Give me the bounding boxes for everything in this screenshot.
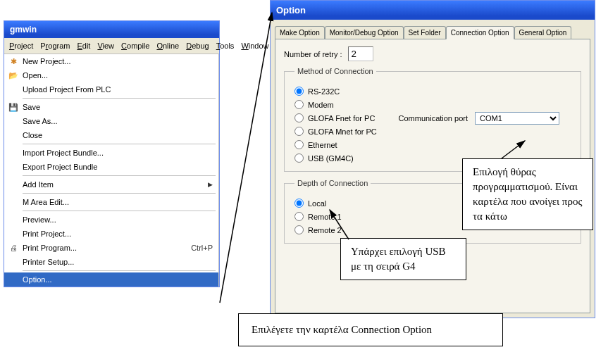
separator: [23, 98, 216, 99]
label: Open...: [23, 71, 48, 80]
menu-item-save-as[interactable]: Save As...: [4, 114, 218, 128]
radio-remote2[interactable]: [294, 225, 304, 234]
label: Export Project Bundle: [23, 163, 97, 171]
option-tabs: Make Option Monitor/Debug Option Set Fol…: [275, 25, 590, 39]
menu-item-export-bundle[interactable]: Export Project Bundle: [4, 160, 218, 174]
submenu-arrow-icon: ▶: [208, 181, 213, 188]
callout-usb: Υπάρχει επιλογή USB με τη σειρά G4: [340, 238, 466, 280]
label: M Area Edit...: [23, 198, 69, 206]
radio-ethernet-label: Ethernet: [308, 141, 337, 149]
menu-item-close[interactable]: Close: [4, 128, 218, 142]
radio-modem-row[interactable]: Modem: [294, 100, 571, 109]
menu-tools[interactable]: Tools: [213, 40, 238, 51]
tab-general-option[interactable]: General Option: [514, 26, 572, 39]
radio-rs232c[interactable]: [294, 87, 304, 96]
comm-port-row: Communication port COM1: [399, 112, 559, 125]
open-icon: 📂: [8, 70, 18, 80]
gmwin-window: gmwin Project Program Edit View Compile …: [4, 20, 220, 287]
menu-item-printer-setup[interactable]: Printer Setup...: [4, 255, 218, 269]
menu-item-open[interactable]: 📂 Open...: [4, 68, 218, 82]
radio-rs232c-label: RS-232C: [308, 87, 340, 96]
separator: [23, 193, 216, 194]
gmwin-titlebar: gmwin: [4, 21, 219, 38]
radio-remote1[interactable]: [294, 212, 304, 221]
menu-item-upload[interactable]: Upload Project From PLC: [4, 82, 218, 96]
label: Add Item: [23, 180, 54, 189]
retry-row: Number of retry :: [284, 46, 581, 61]
callout-bottom: Επιλέγετε την καρτέλα Connection Option: [238, 313, 503, 346]
radio-mnet-label: GLOFA Mnet for PC: [308, 127, 377, 136]
comm-port-label: Communication port: [399, 114, 468, 123]
radio-usb-label: USB (GM4C): [308, 154, 354, 163]
menu-project[interactable]: Project: [6, 40, 37, 51]
menu-item-save[interactable]: 💾 Save: [4, 100, 218, 114]
option-titlebar: Option: [271, 1, 595, 20]
radio-mnet-row[interactable]: GLOFA Mnet for PC: [294, 127, 571, 136]
separator: [23, 211, 216, 211]
radio-mnet[interactable]: [294, 127, 304, 136]
menu-window[interactable]: Window: [237, 40, 272, 51]
menu-online[interactable]: Online: [153, 40, 182, 51]
label: Upload Project From PLC: [23, 85, 111, 94]
menu-program[interactable]: Program: [37, 40, 73, 51]
label: Option...: [23, 275, 52, 284]
menubar: Project Program Edit View Compile Online…: [4, 38, 219, 54]
depth-legend: Depth of Connection: [294, 179, 371, 187]
tab-connection-option[interactable]: Connection Option: [446, 26, 514, 39]
menu-item-add-item[interactable]: Add Item ▶: [4, 177, 218, 192]
label: Print Project...: [23, 230, 71, 238]
svg-line-0: [220, 13, 272, 303]
separator: [23, 175, 216, 176]
radio-usb[interactable]: [294, 153, 304, 163]
radio-modem-label: Modem: [308, 101, 334, 109]
callout-usb-text: Υπάρχει επιλογή USB με τη σειρά G4: [351, 246, 446, 272]
radio-ethernet-row[interactable]: Ethernet: [294, 140, 571, 149]
radio-modem[interactable]: [294, 100, 304, 109]
project-menu-dropdown: ✱ New Project... 📂 Open... Upload Projec…: [4, 54, 219, 287]
tab-monitor-debug-option[interactable]: Monitor/Debug Option: [325, 26, 404, 39]
gmwin-title: gmwin: [10, 25, 37, 34]
tab-make-option[interactable]: Make Option: [275, 26, 325, 39]
label: Save: [23, 103, 40, 111]
tab-set-folder[interactable]: Set Folder: [404, 26, 446, 39]
radio-ethernet[interactable]: [294, 140, 304, 149]
method-legend: Method of Connection: [294, 67, 376, 75]
radio-rs232c-row[interactable]: RS-232C: [294, 87, 571, 96]
callout-port: Επιλογή θύρας προγραμματισμού. Είναι καρ…: [462, 158, 593, 230]
retry-label: Number of retry :: [284, 50, 342, 58]
label: Printer Setup...: [23, 258, 74, 266]
menu-edit[interactable]: Edit: [73, 40, 94, 51]
radio-local-label: Local: [308, 199, 326, 208]
label: Save As...: [23, 117, 58, 125]
print-icon: 🖨: [8, 243, 18, 253]
menu-debug[interactable]: Debug: [182, 40, 212, 51]
menu-item-m-area-edit[interactable]: M Area Edit...: [4, 195, 218, 209]
retry-input[interactable]: [348, 46, 373, 61]
radio-remote2-label: Remote 2: [308, 226, 342, 234]
radio-fnet[interactable]: [294, 113, 304, 123]
new-project-icon: ✱: [8, 56, 18, 66]
method-fieldset: Method of Connection RS-232C Modem GLOFA…: [284, 67, 581, 172]
menu-item-print-program[interactable]: 🖨 Print Program... Ctrl+P: [4, 241, 218, 255]
save-icon: 💾: [8, 102, 18, 112]
menu-item-option[interactable]: Option...: [4, 272, 218, 287]
radio-fnet-label: GLOFA Fnet for PC: [308, 114, 375, 123]
shortcut: Ctrl+P: [191, 244, 213, 252]
comm-port-select[interactable]: COM1: [475, 112, 559, 125]
menu-item-print-project[interactable]: Print Project...: [4, 227, 218, 241]
label: Import Project Bundle...: [23, 149, 104, 157]
label: Print Program...: [23, 244, 77, 252]
separator: [23, 270, 216, 271]
option-title: Option: [276, 5, 306, 15]
menu-item-new-project[interactable]: ✱ New Project...: [4, 54, 218, 68]
callout-bottom-text: Επιλέγετε την καρτέλα Connection Option: [252, 324, 432, 335]
label: Close: [23, 131, 42, 139]
label: Preview...: [23, 215, 56, 224]
menu-compile[interactable]: Compile: [118, 40, 153, 51]
label: New Project...: [23, 57, 70, 65]
menu-item-preview[interactable]: Preview...: [4, 213, 218, 227]
radio-local[interactable]: [294, 199, 304, 208]
menu-item-import-bundle[interactable]: Import Project Bundle...: [4, 146, 218, 160]
separator: [23, 144, 216, 144]
menu-view[interactable]: View: [94, 40, 118, 51]
